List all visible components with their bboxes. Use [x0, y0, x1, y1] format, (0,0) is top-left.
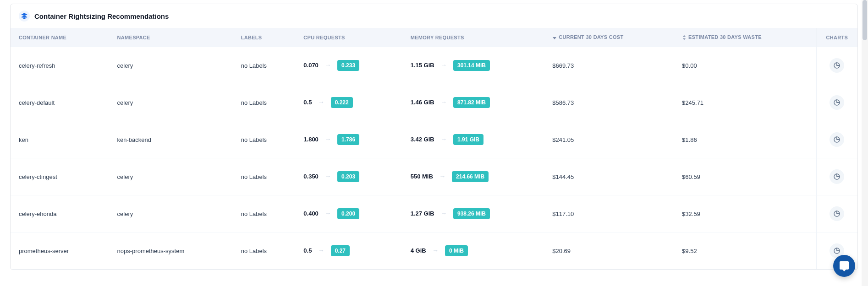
recommendations-table: CONTAINER NAME NAMESPACE LABELS CPU REQU…	[11, 28, 857, 270]
col-waste[interactable]: ESTIMATED 30 DAYS WASTE	[674, 28, 816, 47]
waste-text: $245.71	[682, 99, 703, 106]
sort-both-icon	[682, 35, 687, 40]
cell-labels: no Labels	[233, 121, 296, 158]
col-cost-label: CURRENT 30 DAYS COST	[559, 34, 623, 40]
cell-container: celery-ehonda	[11, 195, 109, 232]
container-name-text: prometheus-server	[19, 248, 69, 254]
recommendations-panel: Container Rightsizing Recommendations CO…	[10, 4, 858, 270]
chart-button[interactable]	[830, 58, 844, 73]
col-container-name[interactable]: CONTAINER NAME	[11, 28, 109, 47]
cell-cpu: 0.5 → 0.222	[295, 84, 402, 121]
cell-charts	[816, 121, 857, 158]
cell-memory: 4 GiB → 0 MiB	[402, 232, 544, 270]
cost-text: $241.05	[552, 136, 574, 143]
arrow-right-icon: →	[440, 98, 447, 106]
memory-current: 3.42 GiB	[411, 136, 434, 143]
cell-waste: $0.00	[674, 47, 816, 84]
scrollbar-thumb[interactable]	[863, 0, 867, 40]
memory-current: 550 MiB	[411, 173, 433, 180]
cell-memory: 1.27 GiB → 938.26 MiB	[402, 195, 544, 232]
memory-recommended: 938.26 MiB	[453, 208, 490, 219]
table-row: prometheus-server nops-prometheus-system…	[11, 232, 857, 270]
cell-labels: no Labels	[233, 47, 296, 84]
col-namespace[interactable]: NAMESPACE	[109, 28, 233, 47]
cell-waste: $60.59	[674, 158, 816, 195]
col-cost[interactable]: CURRENT 30 DAYS COST	[544, 28, 674, 47]
labels-text: no Labels	[241, 62, 267, 69]
arrow-right-icon: →	[324, 173, 331, 180]
cell-memory: 3.42 GiB → 1.91 GiB	[402, 121, 544, 158]
cell-memory: 1.15 GiB → 301.14 MiB	[402, 47, 544, 84]
cpu-current: 0.5	[303, 99, 312, 106]
container-name-text: ken	[19, 136, 28, 143]
memory-current: 1.46 GiB	[411, 99, 434, 106]
cell-cost: $20.69	[544, 232, 674, 270]
col-memory[interactable]: MEMORY REQUESTS	[402, 28, 544, 47]
cell-cost: $241.05	[544, 121, 674, 158]
namespace-text: celery	[117, 62, 133, 69]
cell-labels: no Labels	[233, 84, 296, 121]
pie-chart-icon	[833, 62, 841, 69]
cell-namespace: celery	[109, 84, 233, 121]
cost-text: $669.73	[552, 62, 574, 69]
cpu-current: 0.400	[303, 210, 319, 217]
cell-cpu: 0.400 → 0.200	[295, 195, 402, 232]
cell-cost: $117.10	[544, 195, 674, 232]
cell-charts	[816, 195, 857, 232]
layers-icon	[19, 11, 30, 22]
cell-container: celery-ctingest	[11, 158, 109, 195]
waste-text: $0.00	[682, 62, 697, 69]
cell-namespace: celery	[109, 195, 233, 232]
waste-text: $60.59	[682, 173, 700, 180]
cell-namespace: nops-prometheus-system	[109, 232, 233, 270]
cell-waste: $1.86	[674, 121, 816, 158]
arrow-right-icon: →	[318, 247, 324, 254]
memory-recommended: 871.82 MiB	[453, 97, 490, 108]
chart-button[interactable]	[830, 169, 844, 184]
cost-text: $144.45	[552, 173, 574, 180]
cell-labels: no Labels	[233, 232, 296, 270]
cell-cost: $144.45	[544, 158, 674, 195]
cell-labels: no Labels	[233, 195, 296, 232]
cell-charts	[816, 84, 857, 121]
cell-charts	[816, 47, 857, 84]
chart-button[interactable]	[830, 95, 844, 110]
arrow-right-icon: →	[324, 135, 331, 143]
arrow-right-icon: →	[318, 98, 324, 106]
namespace-text: nops-prometheus-system	[117, 248, 185, 254]
chart-button[interactable]	[830, 206, 844, 221]
chart-button[interactable]	[830, 132, 844, 147]
pie-chart-icon	[833, 247, 841, 254]
cell-waste: $245.71	[674, 84, 816, 121]
sort-desc-icon	[552, 35, 557, 40]
chat-icon	[839, 260, 850, 270]
memory-recommended: 214.66 MiB	[452, 171, 489, 182]
waste-text: $32.59	[682, 210, 700, 217]
pie-chart-icon	[833, 136, 841, 143]
memory-recommended: 1.91 GiB	[453, 134, 483, 145]
scrollbar-track[interactable]	[862, 0, 868, 270]
cpu-current: 0.5	[303, 247, 312, 254]
table-row: celery-ehonda celery no Labels 0.400 → 0…	[11, 195, 857, 232]
col-charts[interactable]: CHARTS	[816, 28, 857, 47]
cell-memory: 1.46 GiB → 871.82 MiB	[402, 84, 544, 121]
col-labels[interactable]: LABELS	[233, 28, 296, 47]
namespace-text: ken-backend	[117, 136, 151, 143]
arrow-right-icon: →	[440, 135, 447, 143]
namespace-text: celery	[117, 99, 133, 106]
table-row: celery-default celery no Labels 0.5 → 0.…	[11, 84, 857, 121]
cell-memory: 550 MiB → 214.66 MiB	[402, 158, 544, 195]
col-cpu[interactable]: CPU REQUESTS	[295, 28, 402, 47]
labels-text: no Labels	[241, 99, 267, 106]
cell-container: celery-default	[11, 84, 109, 121]
cost-text: $586.73	[552, 99, 574, 106]
cell-waste: $32.59	[674, 195, 816, 232]
arrow-right-icon: →	[432, 247, 439, 254]
cell-namespace: celery	[109, 158, 233, 195]
cpu-recommended: 0.203	[337, 171, 359, 182]
cpu-current: 0.070	[303, 62, 319, 69]
cell-cost: $586.73	[544, 84, 674, 121]
waste-text: $9.52	[682, 248, 697, 254]
cpu-recommended: 1.786	[337, 134, 359, 145]
arrow-right-icon: →	[324, 61, 331, 69]
